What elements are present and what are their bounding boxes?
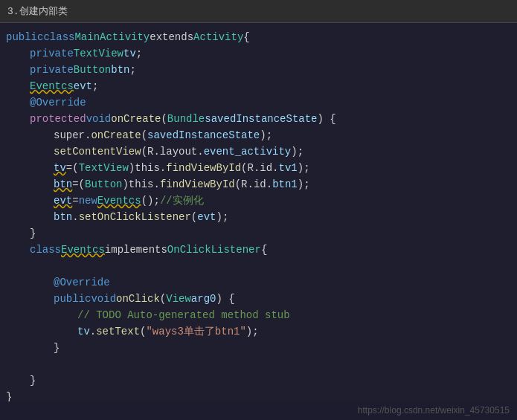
token: public xyxy=(54,291,91,307)
code-line: } xyxy=(0,389,517,401)
token: ) { xyxy=(318,111,336,127)
token: tv1 xyxy=(279,160,298,176)
code-body: public class MainActivity extends Activi… xyxy=(0,23,517,401)
token: ( xyxy=(161,111,167,127)
code-line: @Override xyxy=(0,94,517,111)
token: class xyxy=(30,242,61,258)
code-line: tv=(TextView)this.findViewById(R.id.tv1)… xyxy=(0,160,517,176)
token: private xyxy=(30,45,74,62)
token: ; xyxy=(136,45,142,62)
code-line: btn.setOnClickListener(evt); xyxy=(0,209,517,225)
token: } xyxy=(6,389,12,401)
token: MainActivity xyxy=(74,29,150,45)
code-line: protected void onCreate(Bundle savedInst… xyxy=(0,111,517,127)
code-line: public void onClick(View arg0) { xyxy=(0,291,517,307)
token: //实例化 xyxy=(160,193,204,209)
code-line: tv.setText("ways3单击了btn1"); xyxy=(0,323,517,340)
token: "ways3单击了btn1" xyxy=(146,323,245,340)
token: (R.id. xyxy=(241,160,278,176)
token: ( xyxy=(140,323,146,340)
token: } xyxy=(30,225,36,242)
token: ( xyxy=(141,127,147,143)
token: new xyxy=(79,193,97,209)
token: { xyxy=(243,29,249,45)
token: public xyxy=(6,29,43,45)
token: ; xyxy=(129,62,135,78)
token: // TODO Auto-generated method stub xyxy=(77,307,290,323)
code-line: @Override xyxy=(0,274,517,291)
token: OnClickListener xyxy=(167,242,261,258)
token: TextView xyxy=(79,160,129,176)
token: super. xyxy=(54,127,91,143)
token: . xyxy=(90,323,96,340)
token: Bundle xyxy=(167,111,205,127)
token: View xyxy=(166,291,191,307)
code-line: Eventcs evt; xyxy=(0,78,517,94)
token: @Override xyxy=(30,94,86,111)
token: findViewById xyxy=(166,160,241,176)
token: arg0 xyxy=(191,291,216,307)
token: onCreate xyxy=(91,127,141,143)
token: } xyxy=(54,340,60,356)
token: void xyxy=(91,291,116,307)
token: TextView xyxy=(74,45,123,62)
code-container: 3.创建内部类 public class MainActivity extend… xyxy=(0,0,517,420)
token: Button xyxy=(85,176,122,193)
token: (R.layout. xyxy=(141,143,204,160)
token: ; xyxy=(92,78,98,94)
token: ); xyxy=(216,209,228,225)
token: Button xyxy=(74,62,111,78)
token: tv xyxy=(54,160,66,176)
token: =( xyxy=(72,176,85,193)
code-line: } xyxy=(0,372,517,389)
code-line: private Button btn; xyxy=(0,62,517,78)
code-line: super.onCreate(savedInstanceState); xyxy=(0,127,517,143)
token: tv xyxy=(77,323,90,340)
token: event_activity xyxy=(204,143,292,160)
token: setText xyxy=(96,323,140,340)
token: Activity xyxy=(193,29,243,45)
token: )this. xyxy=(122,176,159,193)
code-line: private TextView tv; xyxy=(0,45,517,62)
code-line: } xyxy=(0,225,517,242)
token: void xyxy=(86,111,112,127)
code-line: setContentView(R.layout.event_activity); xyxy=(0,143,517,160)
code-line: class Eventcs implements OnClickListener… xyxy=(0,242,517,258)
token: protected xyxy=(30,111,86,127)
token: ( xyxy=(160,291,166,307)
token: Eventcs xyxy=(61,242,105,258)
token: evt xyxy=(74,78,92,94)
token: findViewById xyxy=(160,176,235,193)
token: )this. xyxy=(129,160,166,176)
token: ) { xyxy=(216,291,234,307)
code-line: evt=new Eventcs();//实例化 xyxy=(0,193,517,209)
token: } xyxy=(30,372,36,389)
token: savedInstanceState xyxy=(147,127,260,143)
token: private xyxy=(30,62,74,78)
header-text: 3.创建内部类 xyxy=(7,6,68,17)
code-line: } xyxy=(0,340,517,356)
token: evt xyxy=(54,193,72,209)
token: btn xyxy=(111,62,129,78)
token: implements xyxy=(105,242,167,258)
token: btn1 xyxy=(272,176,298,193)
code-line: btn=(Button)this.findViewById(R.id.btn1)… xyxy=(0,176,517,193)
token: (); xyxy=(141,193,160,209)
token: extends xyxy=(150,29,193,45)
code-line xyxy=(0,356,517,372)
token: ); xyxy=(260,127,272,143)
token: { xyxy=(261,242,267,258)
token: @Override xyxy=(54,274,110,291)
token: ); xyxy=(298,176,310,193)
token: evt xyxy=(197,209,216,225)
token: =( xyxy=(66,160,79,176)
code-line xyxy=(0,258,517,274)
token: onClick xyxy=(116,291,160,307)
token: Eventcs xyxy=(30,78,74,94)
watermark: https://blog.csdn.net/weixin_45730515 xyxy=(358,405,510,416)
code-line: public class MainActivity extends Activi… xyxy=(0,29,517,45)
header-line: 3.创建内部类 xyxy=(0,0,517,23)
token: ); xyxy=(291,143,304,160)
token: ); xyxy=(246,323,259,340)
token: setContentView xyxy=(54,143,141,160)
